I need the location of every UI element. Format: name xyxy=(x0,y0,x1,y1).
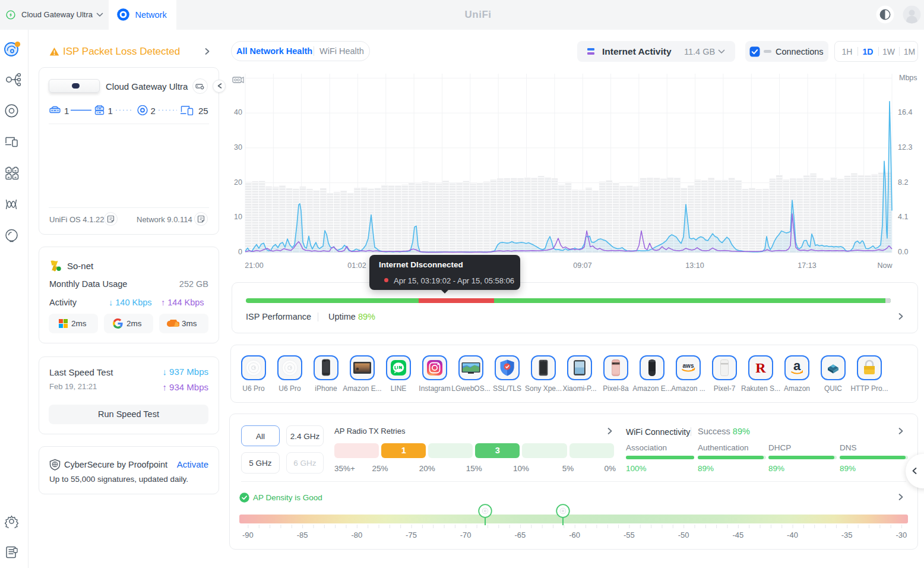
svg-text:R: R xyxy=(755,360,766,375)
svg-text:a: a xyxy=(793,358,801,373)
svg-text:aws: aws xyxy=(683,362,694,369)
